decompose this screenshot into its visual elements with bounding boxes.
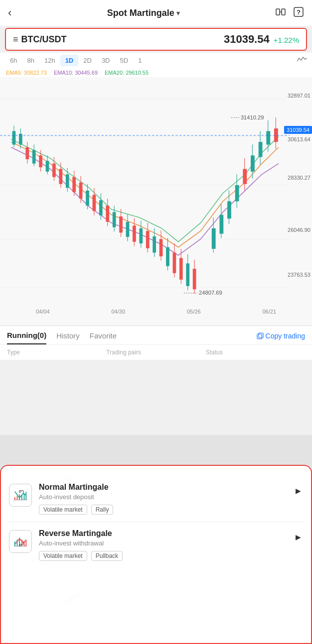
normal-martingale-info: Normal Martingale Auto-invest deposit Vo…	[39, 483, 289, 515]
reverse-tag-volatile: Volatile market	[39, 551, 87, 561]
header: ‹ Spot Martingale ▾ ?	[0, 0, 312, 26]
price-value: 31039.54	[224, 33, 270, 46]
normal-martingale-arrow[interactable]: ▶	[296, 487, 301, 495]
wave-icon[interactable]	[297, 56, 307, 65]
page-title: Spot Martingale ▾	[107, 8, 180, 18]
pair-price: 31039.54 +1.22%	[224, 33, 299, 46]
interval-1d[interactable]: 1D	[60, 55, 79, 66]
reverse-tag-pullback: Pullback	[91, 551, 123, 561]
price-level-2: 30613.64	[286, 136, 312, 143]
reverse-martingale-tags: Volatile market Pullback	[39, 551, 289, 561]
svg-text:?: ?	[297, 8, 301, 16]
modal-overlay[interactable]: Zeng reece Reece Zeng reece reece.r	[0, 435, 312, 644]
ema10-label: EMA10: 30445.69	[54, 70, 98, 76]
reverse-martingale-item[interactable]: Reverse Martingale Auto-invest withdrawa…	[1, 522, 311, 568]
price-level-1: 32897.01	[286, 92, 312, 99]
col-status: Status	[206, 349, 305, 356]
table-header: Type Trading pairs Status	[0, 345, 312, 360]
tab-running[interactable]: Running(0)	[7, 331, 46, 344]
normal-tag-volatile: Volatile market	[39, 505, 87, 515]
interval-8h[interactable]: 8h	[22, 55, 39, 66]
interval-6h[interactable]: 6h	[5, 55, 22, 66]
interval-3d[interactable]: 3D	[97, 55, 115, 66]
ema5-label: EMA5: 30822.73	[6, 70, 47, 76]
title-chevron[interactable]: ▾	[176, 9, 180, 17]
pair-name[interactable]: ≡ BTC/USDT	[13, 34, 67, 45]
reverse-martingale-title: Reverse Martingale	[39, 529, 289, 538]
svg-text:31410.29: 31410.29	[241, 114, 264, 120]
ema20-label: EMA20: 29610.55	[105, 70, 149, 76]
copy-trading-label: Copy trading	[266, 332, 305, 340]
tab-copy-trading[interactable]: Copy trading	[257, 332, 305, 344]
ema-bar: EMA5: 30822.73 EMA10: 30445.69 EMA20: 29…	[0, 68, 312, 77]
date-label-1: 04/04	[36, 309, 50, 315]
interval-2d[interactable]: 2D	[78, 55, 97, 66]
back-button[interactable]: ‹	[8, 6, 11, 19]
header-icons: ?	[275, 6, 304, 20]
normal-martingale-title: Normal Martingale	[39, 483, 289, 492]
title-text: Spot Martingale	[107, 8, 174, 18]
tab-bar: Running(0) History Favorite Copy trading	[0, 326, 312, 345]
date-label-2: 04/30	[111, 309, 125, 315]
svg-text:24807.69: 24807.69	[199, 290, 222, 296]
svg-rect-0	[276, 9, 280, 15]
reverse-martingale-subtitle: Auto-invest withdrawal	[39, 539, 289, 547]
tab-favorite[interactable]: Favorite	[90, 331, 117, 344]
chart-area[interactable]: 31410.29 24807.69 32897.01 31039.54 3061…	[0, 77, 312, 326]
pair-bar: ≡ BTC/USDT 31039.54 +1.22%	[5, 28, 307, 51]
compare-icon[interactable]	[275, 6, 286, 20]
interval-5d[interactable]: 5D	[115, 55, 134, 66]
svg-rect-5	[0, 77, 312, 325]
svg-rect-1	[282, 9, 285, 15]
price-change: +1.22%	[274, 36, 299, 44]
price-level-4: 26046.90	[286, 226, 312, 233]
svg-rect-79	[259, 142, 263, 157]
normal-martingale-tags: Volatile market Rally	[39, 505, 289, 515]
help-icon[interactable]: ?	[293, 6, 304, 20]
reverse-martingale-icon	[9, 530, 32, 553]
reverse-martingale-arrow[interactable]: ▶	[296, 533, 301, 541]
menu-icon: ≡	[13, 34, 18, 45]
bottom-sheet: Zeng reece Reece Zeng reece reece.r	[0, 465, 312, 644]
normal-martingale-subtitle: Auto-invest deposit	[39, 493, 289, 501]
price-level-5: 23763.53	[286, 271, 312, 278]
date-label-4: 06/21	[262, 309, 276, 315]
chart-date-labels: 04/04 04/30 05/26 06/21	[0, 309, 312, 315]
interval-1[interactable]: 1	[133, 55, 147, 66]
normal-martingale-item[interactable]: Normal Martingale Auto-invest deposit Vo…	[1, 476, 311, 522]
tab-history[interactable]: History	[56, 331, 80, 344]
interval-12h[interactable]: 12h	[39, 55, 60, 66]
col-type: Type	[7, 349, 106, 356]
price-level-3: 28330.27	[286, 174, 312, 181]
price-current-label: 31039.54	[284, 126, 312, 134]
normal-martingale-icon	[9, 484, 32, 507]
date-label-3: 05/26	[187, 309, 201, 315]
col-pairs: Trading pairs	[106, 349, 205, 356]
normal-tag-rally: Rally	[91, 505, 114, 515]
interval-bar: 6h 8h 12h 1D 2D 3D 5D 1	[0, 53, 312, 68]
reverse-martingale-info: Reverse Martingale Auto-invest withdrawa…	[39, 529, 289, 561]
